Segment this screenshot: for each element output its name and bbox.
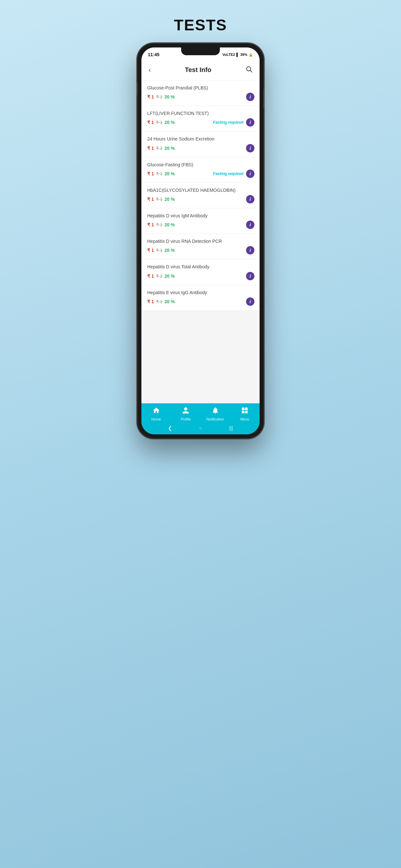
pricing-row: ₹ 1₹ 120 %Fasting requiredi (147, 118, 254, 127)
price-old: ₹ 1 (156, 248, 163, 253)
discount: 20 % (164, 120, 175, 125)
pricing-left: ₹ 1₹ 120 % (147, 248, 175, 253)
svg-line-1 (250, 70, 252, 72)
bottom-nav: Home Profile Notification (142, 403, 259, 423)
phone-frame: 11:45 VoLTE2 ▌ 39% 🔒 ‹ Test Info Glucose… (137, 43, 264, 438)
test-item: LFT(LIVER FUNCTION TEST)₹ 1₹ 120 %Fastin… (142, 106, 259, 131)
test-list: Glucose-Post Prandial (PLBS)₹ 1₹ 120 %iL… (142, 81, 259, 403)
nav-menu[interactable]: Menu (230, 407, 260, 421)
back-gesture-icon: ❮ (168, 425, 172, 431)
back-button[interactable]: ‹ (147, 65, 152, 75)
price-new: ₹ 1 (147, 222, 154, 227)
test-item: Glucose-Fasting (FBS)₹ 1₹ 120 %Fasting r… (142, 157, 259, 183)
notification-icon (212, 407, 219, 416)
price-new: ₹ 1 (147, 171, 154, 176)
profile-icon (182, 407, 189, 416)
pricing-left: ₹ 1₹ 120 % (147, 222, 175, 227)
info-button[interactable]: i (246, 195, 254, 204)
info-button[interactable]: i (246, 246, 254, 254)
home-icon (152, 407, 160, 416)
pricing-right: i (246, 246, 254, 254)
info-button[interactable]: i (246, 169, 254, 178)
pricing-left: ₹ 1₹ 120 % (147, 146, 175, 151)
pricing-row: ₹ 1₹ 120 %i (147, 221, 254, 229)
test-item: Hepatitis D virus IgM Antibody₹ 1₹ 120 %… (142, 208, 259, 234)
price-old: ₹ 1 (156, 146, 163, 151)
fasting-tag: Fasting required (213, 172, 243, 176)
discount: 20 % (164, 299, 175, 304)
pricing-left: ₹ 1₹ 120 % (147, 171, 175, 176)
pricing-left: ₹ 1₹ 120 % (147, 94, 175, 99)
discount: 20 % (164, 248, 175, 253)
pricing-row: ₹ 1₹ 120 %i (147, 246, 254, 254)
test-name: LFT(LIVER FUNCTION TEST) (147, 111, 254, 116)
gesture-bar: ❮ ○ ||| (142, 423, 259, 434)
page-title: TESTS (174, 16, 227, 34)
price-old: ₹ 1 (156, 222, 163, 227)
test-item: 24 Hours Urine Sodium Excretion₹ 1₹ 120 … (142, 131, 259, 157)
info-button[interactable]: i (246, 144, 254, 152)
price-old: ₹ 1 (156, 274, 163, 279)
test-name: 24 Hours Urine Sodium Excretion (147, 136, 254, 142)
pricing-row: ₹ 1₹ 120 %i (147, 93, 254, 101)
price-new: ₹ 1 (147, 94, 154, 99)
test-item: Glucose-Post Prandial (PLBS)₹ 1₹ 120 %i (142, 81, 259, 106)
info-button[interactable]: i (246, 272, 254, 280)
status-time: 11:45 (148, 52, 159, 57)
test-name: Hepatitis D virus RNA Detection PCR (147, 238, 254, 244)
test-item: Hepatitis E virus IgG Antibody₹ 1₹ 120 %… (142, 285, 259, 311)
price-new: ₹ 1 (147, 146, 154, 151)
nav-profile[interactable]: Profile (171, 407, 201, 421)
fasting-tag: Fasting required (213, 120, 243, 125)
discount: 20 % (164, 171, 175, 176)
pricing-left: ₹ 1₹ 120 % (147, 120, 175, 125)
pricing-right: i (246, 195, 254, 204)
pricing-right: Fasting requiredi (213, 169, 254, 178)
info-button[interactable]: i (246, 221, 254, 229)
pricing-right: Fasting requiredi (213, 118, 254, 127)
home-label: Home (151, 417, 161, 421)
status-icons: VoLTE2 ▌ 39% 🔒 (222, 53, 253, 57)
recent-gesture-icon: ||| (229, 425, 233, 431)
header-title: Test Info (152, 66, 244, 73)
price-new: ₹ 1 (147, 120, 154, 125)
pricing-right: i (246, 272, 254, 280)
info-button[interactable]: i (246, 118, 254, 127)
nav-notification[interactable]: Notification (201, 407, 230, 421)
test-item: Hepatitis D virus Total Antibody₹ 1₹ 120… (142, 259, 259, 285)
phone-screen: 11:45 VoLTE2 ▌ 39% 🔒 ‹ Test Info Glucose… (142, 48, 259, 434)
test-name: Glucose-Post Prandial (PLBS) (147, 85, 254, 91)
signal-icon: ▌ (236, 53, 239, 57)
info-button[interactable]: i (246, 298, 254, 306)
app-header: ‹ Test Info (142, 60, 259, 81)
battery-label: 39% (240, 53, 247, 57)
price-old: ₹ 1 (156, 299, 163, 304)
price-new: ₹ 1 (147, 248, 154, 253)
test-name: Hepatitis D virus Total Antibody (147, 264, 254, 270)
pricing-right: i (246, 93, 254, 101)
menu-icon (241, 407, 249, 416)
notch (181, 48, 220, 55)
test-item: Hepatitis D virus RNA Detection PCR₹ 1₹ … (142, 234, 259, 259)
info-button[interactable]: i (246, 93, 254, 101)
network-label: VoLTE2 (222, 53, 235, 57)
pricing-row: ₹ 1₹ 120 %i (147, 272, 254, 280)
pricing-right: i (246, 221, 254, 229)
menu-label: Menu (240, 417, 249, 421)
price-new: ₹ 1 (147, 299, 154, 304)
price-old: ₹ 1 (156, 197, 163, 202)
pricing-right: i (246, 298, 254, 306)
search-button[interactable] (244, 64, 254, 75)
test-name: Glucose-Fasting (FBS) (147, 162, 254, 167)
test-name: Hepatitis E virus IgG Antibody (147, 290, 254, 296)
lock-icon: 🔒 (249, 53, 253, 57)
nav-home[interactable]: Home (142, 407, 171, 421)
pricing-row: ₹ 1₹ 120 %i (147, 298, 254, 306)
price-new: ₹ 1 (147, 197, 154, 202)
discount: 20 % (164, 197, 175, 202)
pricing-left: ₹ 1₹ 120 % (147, 274, 175, 279)
price-old: ₹ 1 (156, 171, 163, 176)
test-name: HbA1C(GLYCOSYLATED HAEMOGLOBIN) (147, 187, 254, 193)
pricing-row: ₹ 1₹ 120 %i (147, 144, 254, 152)
pricing-right: i (246, 144, 254, 152)
